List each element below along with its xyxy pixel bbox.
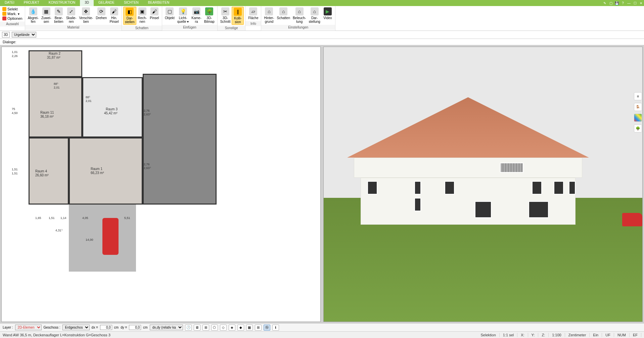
menu-projekt[interactable]: PROJEKT xyxy=(19,0,44,6)
zuweisen-button[interactable]: ▦Zuwei- sen xyxy=(40,7,53,24)
camera-icon: 📷 xyxy=(192,7,200,15)
skalieren-button[interactable]: ⤢Skalie- ren xyxy=(65,7,78,24)
3dbitmap-button[interactable]: 🌳3D- Bitmap xyxy=(203,7,216,24)
maximize-button[interactable]: ☐ xyxy=(632,0,638,6)
plus-icon xyxy=(2,16,6,20)
mini-toolbar: ≡ 🪑 🌳 xyxy=(634,92,642,132)
cursor-icon xyxy=(2,7,6,11)
view-3d[interactable] xyxy=(323,47,643,322)
dim-label: 4,31⁵ xyxy=(55,229,63,232)
window xyxy=(532,181,542,194)
objekt-button[interactable]: ▢Objekt xyxy=(164,7,176,24)
lichtquelle-button[interactable]: 💡Licht- quelle ▾ xyxy=(176,7,190,24)
monitor-icon[interactable]: 🖥 xyxy=(194,325,200,331)
chair-icon[interactable]: 🪑 xyxy=(634,103,642,111)
room-4-name: Raum 4 xyxy=(35,169,47,173)
dim-label: 1,51 xyxy=(49,216,55,220)
room-2-name: Raum 2 xyxy=(49,52,60,55)
kamera-button[interactable]: 📷Kame- ra xyxy=(190,7,202,24)
geschoss-select[interactable]: Erdgeschos xyxy=(62,325,90,330)
lighting-icon: ⌂ xyxy=(295,7,304,15)
flaeche-button[interactable]: ▱Fläche xyxy=(247,7,260,20)
dim-label: 75 xyxy=(12,107,15,111)
relative-select[interactable]: dx,dy (relativ ka xyxy=(150,325,183,330)
grid2-icon[interactable]: ⊞ xyxy=(255,325,262,331)
status-bar: Wand AW 36,5 m, Deckenauflager L=Konstru… xyxy=(0,331,644,338)
menu-konstruktion[interactable]: KONSTRUKTION xyxy=(44,0,80,6)
menu-bearbeiten[interactable]: BEARBEITEN xyxy=(143,0,174,6)
render-icon: ⌂ xyxy=(311,7,319,15)
verschieben-button[interactable]: ✥Verschie- ben xyxy=(78,7,95,24)
clock-icon[interactable]: 🕐 xyxy=(185,325,192,331)
unit-cm: cm xyxy=(114,326,119,329)
status-x: X: xyxy=(517,333,528,337)
view-2d[interactable]: 1,01 2,26 75 4,50 1,51 1,51 Raum 2 31,87… xyxy=(1,47,321,322)
drehen-button[interactable]: ⟳Drehen xyxy=(94,7,108,24)
abgreifen-button[interactable]: 💧Abgrei- fen xyxy=(27,7,40,24)
layers-icon[interactable]: ≡ xyxy=(634,92,642,100)
snap2-icon[interactable]: ◈ xyxy=(229,325,235,331)
help-icon[interactable]: ? xyxy=(620,0,626,6)
dy-label: dy = xyxy=(121,326,127,329)
tree-mini-icon[interactable]: 🌳 xyxy=(634,124,642,132)
terrace[interactable] xyxy=(143,74,217,205)
dim-label: 4,05 xyxy=(82,216,88,220)
info-icon[interactable]: ℹ xyxy=(272,325,279,331)
schatten-set-button[interactable]: ⌂Schatten xyxy=(275,7,291,24)
selekt-button[interactable]: Selekt xyxy=(1,7,24,11)
main-area: 1,01 2,26 75 4,50 1,51 1,51 Raum 2 31,87… xyxy=(0,45,644,323)
dy-input[interactable] xyxy=(129,325,141,330)
snap1-icon[interactable]: ◇ xyxy=(220,325,227,331)
video-button[interactable]: ▶Video xyxy=(322,7,334,24)
3dschnitt-button[interactable]: ✂3D- Schnitt xyxy=(219,7,232,25)
layer-select[interactable]: 2D-Elemen xyxy=(15,325,42,330)
menu-datei[interactable]: DATEI xyxy=(0,0,19,6)
darstellen-button[interactable]: ◧Dar- stellen xyxy=(123,7,136,25)
cube-icon: ◧ xyxy=(126,8,134,16)
window xyxy=(528,201,549,218)
palette-icon[interactable] xyxy=(634,114,642,122)
area-icon: ▱ xyxy=(249,7,257,15)
darstellung-button[interactable]: ⌂Dar- stellung xyxy=(307,7,321,24)
square-icon[interactable]: ▢ xyxy=(608,0,614,6)
dim-label: 2,01 xyxy=(54,86,60,89)
dx-input[interactable] xyxy=(100,325,112,330)
bearbeiten-button[interactable]: ✎Bear- beiten xyxy=(53,7,65,24)
menu-gelaende[interactable]: GELÄNDE xyxy=(94,0,119,6)
edit-icon: ✎ xyxy=(55,7,63,15)
pencil-icon[interactable]: ✎ xyxy=(602,0,608,6)
grid-icon[interactable]: ▦ xyxy=(246,325,253,331)
kollision-button[interactable]: ‖Kolli- sion xyxy=(232,7,244,25)
car-2d[interactable] xyxy=(102,218,119,255)
snap3-icon[interactable]: ◆ xyxy=(237,325,244,331)
beleuchtung-button[interactable]: ⌂Beleuch- tung xyxy=(291,7,307,24)
room-1[interactable] xyxy=(69,137,143,205)
dim-label: 2,76 xyxy=(144,163,150,166)
background-icon: ⌂ xyxy=(265,7,273,15)
north-icon[interactable]: Ⓝ xyxy=(264,325,270,331)
pinsel-button[interactable]: 🖌Pinsel xyxy=(148,7,160,25)
roof xyxy=(347,97,589,158)
mark-button[interactable]: Mark. ▾ xyxy=(1,11,24,16)
minimize-button[interactable]: — xyxy=(626,0,632,6)
room-4[interactable] xyxy=(29,137,69,205)
group-icon[interactable]: ⊞ xyxy=(202,325,209,331)
sub-bar: 3D Urgelände xyxy=(0,31,644,39)
poly-icon[interactable]: ⬠ xyxy=(211,325,218,331)
mode-box[interactable]: 3D xyxy=(2,32,10,38)
geschoss-label: Geschoss : xyxy=(44,326,60,329)
menu-sichten[interactable]: SICHTEN xyxy=(119,0,143,6)
save-icon[interactable]: 💾 xyxy=(614,0,620,6)
menu-3d[interactable]: 3D xyxy=(80,0,94,6)
menu-bar: DATEI PROJEKT KONSTRUKTION 3D GELÄNDE SI… xyxy=(0,0,644,6)
hinpinsel-button[interactable]: 🖌Hin. Pinsel xyxy=(108,7,120,24)
window xyxy=(445,181,455,194)
room-11-name: Raum 11 xyxy=(40,111,54,114)
close-button[interactable]: ✕ xyxy=(638,0,644,6)
object-icon: ▢ xyxy=(166,7,174,15)
hintergrund-button[interactable]: ⌂Hinter- grund xyxy=(263,7,275,24)
terrain-dropdown[interactable]: Urgelände xyxy=(12,32,36,38)
rechnen-button[interactable]: ▣Rech- nen xyxy=(136,7,148,25)
optionen-button[interactable]: Optionen xyxy=(1,16,24,21)
dim-label: 1,65 xyxy=(35,216,41,220)
